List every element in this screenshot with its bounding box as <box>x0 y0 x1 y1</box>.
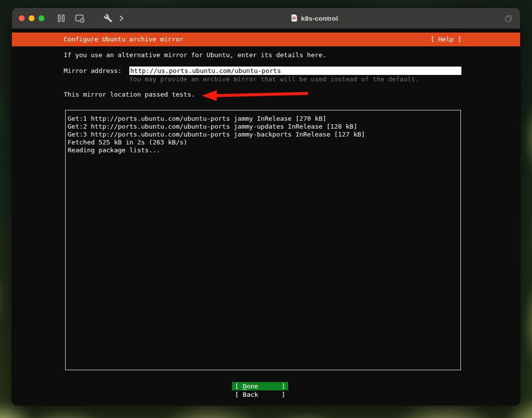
expand-toolbar-button[interactable] <box>118 14 125 22</box>
desktop: { "window": { "title": "k8s-control" }, … <box>0 0 532 418</box>
back-button[interactable]: [ Back ] <box>232 390 288 399</box>
pause-vm-button[interactable] <box>57 14 65 23</box>
close-button[interactable] <box>19 15 25 21</box>
back-button-label: Back <box>239 391 281 399</box>
save-state-button[interactable] <box>75 14 85 23</box>
log-line: Get:1 http://ports.ubuntu.com/ubuntu-por… <box>68 115 458 123</box>
wrench-icon <box>104 14 113 23</box>
bracket-close: ] <box>281 391 285 399</box>
mirror-hint-text: You may provide an archive mirror that w… <box>129 75 419 83</box>
log-line: Fetched 525 kB in 2s (263 kB/s) <box>68 139 458 146</box>
pause-icon <box>57 14 65 23</box>
bracket-open: [ <box>235 391 239 399</box>
intro-text: If you use an alternative mirror for Ubu… <box>64 51 326 59</box>
help-button[interactable]: [ Help ] <box>430 33 461 46</box>
titlebar[interactable]: k8s-control <box>12 8 520 29</box>
tools-button[interactable] <box>104 14 113 23</box>
window-title-text: k8s-control <box>301 15 338 22</box>
display-snapshot-icon <box>75 14 85 23</box>
apt-log-panel[interactable]: Get:1 http://ports.ubuntu.com/ubuntu-por… <box>65 110 461 370</box>
overlapping-windows-icon <box>504 14 513 23</box>
mirror-address-label: Mirror address: <box>64 67 121 75</box>
bracket-open: [ <box>235 383 239 390</box>
window-title: k8s-control <box>125 14 504 23</box>
mirror-address-input[interactable] <box>129 67 461 75</box>
header-title: Configure Ubuntu archive mirror <box>64 35 184 43</box>
mirror-test-status: This mirror location passed tests. <box>64 91 195 99</box>
log-line: Get:2 http://ports.ubuntu.com/ubuntu-por… <box>68 123 458 131</box>
annotation-arrow-icon <box>201 89 308 102</box>
log-line: Reading package lists... <box>68 146 458 154</box>
log-line: Get:3 http://ports.ubuntu.com/ubuntu-por… <box>68 131 458 139</box>
installer-header: Configure Ubuntu archive mirror [ Help ] <box>12 33 520 46</box>
terminal-screen: Configure Ubuntu archive mirror [ Help ]… <box>12 29 520 405</box>
done-button[interactable]: [ Done ] <box>232 382 288 390</box>
bracket-close: ] <box>281 383 285 390</box>
traffic-lights <box>19 15 44 21</box>
chevron-right-icon <box>118 14 125 22</box>
vm-document-icon <box>291 14 298 23</box>
done-button-label: Done <box>239 383 281 390</box>
vm-window: k8s-control Configure Ubuntu archive mir… <box>12 8 520 405</box>
zoom-button[interactable] <box>38 15 44 21</box>
minimize-button[interactable] <box>29 15 35 21</box>
tabs-overview-button[interactable] <box>504 14 513 23</box>
